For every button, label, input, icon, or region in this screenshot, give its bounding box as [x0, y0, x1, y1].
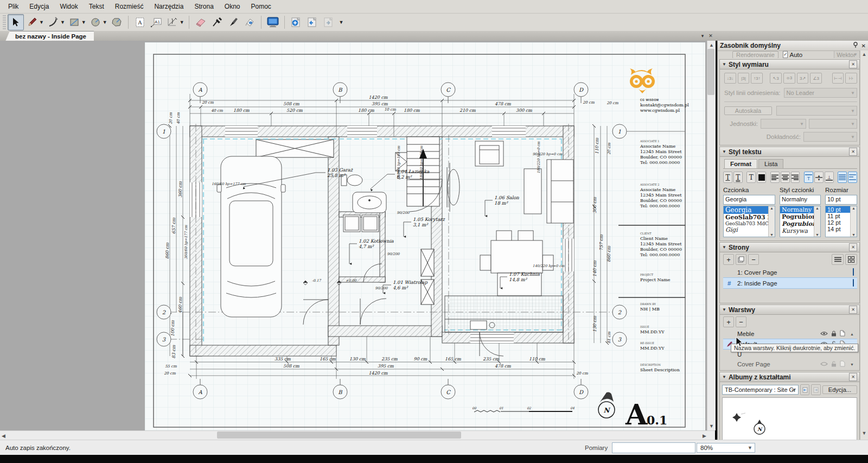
menu-okno[interactable]: Okno — [220, 1, 245, 12]
measurements-input[interactable] — [612, 442, 695, 453]
album-edit-button[interactable]: Edycja... — [822, 385, 857, 394]
select-tool-button[interactable] — [8, 14, 24, 30]
eyedropper-tool-button[interactable] — [209, 14, 225, 30]
menu-rozmiesc[interactable]: Rozmieść — [110, 1, 149, 12]
panel-scrollbar[interactable]: ▲ ▼ — [860, 50, 868, 440]
text-color-swatch-button[interactable] — [757, 172, 766, 183]
page-row-cover[interactable]: 1: Cover Page — [723, 267, 857, 277]
tab-close-button[interactable]: ✕ — [707, 32, 714, 40]
horizontal-scrollbar-thumb[interactable] — [217, 432, 461, 439]
zoom-level-dropdown[interactable]: 80% ▼ — [697, 443, 755, 453]
pages-close-icon[interactable]: ✕ — [849, 243, 857, 251]
autoscale-button[interactable]: Autoskala — [724, 106, 772, 115]
dim-witness-2-button[interactable]: ⊦⊦ — [845, 73, 857, 84]
menu-tekst[interactable]: Tekst — [84, 1, 109, 12]
drawing-page[interactable]: 1420 cm 20 cm 508 cm 395 cm 478 cm 20 cm… — [145, 42, 705, 430]
layer-row-meble[interactable]: Meble ▲ — [723, 329, 857, 339]
page-thumbnail-view-button[interactable] — [845, 254, 857, 265]
align-right-button[interactable] — [791, 172, 800, 183]
layers-scroll-down[interactable]: ▼ — [850, 363, 854, 366]
dim-angle-4-button[interactable]: ∠3 — [810, 73, 822, 84]
align-center-button[interactable] — [781, 172, 790, 183]
layer-page-icon[interactable] — [840, 330, 845, 338]
menu-widok[interactable]: Widok — [55, 1, 82, 12]
remove-page-button[interactable]: − — [748, 254, 759, 265]
layer-page-icon[interactable] — [840, 360, 845, 368]
size-input[interactable]: 10 pt — [825, 195, 857, 205]
toolbar-grip[interactable] — [3, 15, 6, 29]
valign-top-button[interactable]: T — [804, 172, 813, 183]
menu-plik[interactable]: Plik — [3, 1, 23, 12]
pencil-tool-button[interactable] — [24, 14, 40, 30]
album-back-button[interactable] — [800, 384, 809, 395]
album-dropdown[interactable]: TB-Contemporary : Site Gr▼ — [722, 385, 799, 395]
units-dropdown-2[interactable]: ▼ — [809, 119, 857, 129]
font-style-list[interactable]: Normalny Pogrubiony Pogrubiona kursywa K… — [780, 206, 821, 237]
dim-pos-above-button[interactable]: ↑3↑ — [751, 73, 763, 84]
size-list[interactable]: 10 pt 11 pt 12 pt 14 pt ▲▼ — [825, 206, 857, 237]
paint-tool-button[interactable] — [241, 14, 258, 30]
label-tool-button[interactable]: A1 — [148, 14, 164, 30]
dim-witness-1-button[interactable]: ⊢⊣ — [832, 73, 844, 84]
layer-row-cover-page[interactable]: Cover Page ▼ — [723, 359, 857, 369]
remove-layer-button[interactable]: − — [736, 316, 746, 327]
tab-lista[interactable]: Lista — [758, 159, 783, 168]
tab-list-dropdown[interactable]: ▾ — [699, 32, 706, 40]
duplicate-page-button[interactable] — [736, 254, 746, 265]
font-input[interactable]: Georgia — [723, 195, 775, 205]
rectangle-tool-button[interactable] — [66, 14, 82, 30]
unlock-icon[interactable] — [831, 361, 837, 368]
pin-icon[interactable] — [853, 42, 859, 50]
eraser-tool-button[interactable] — [193, 14, 209, 30]
rendering-button[interactable]: Renderowanie — [732, 51, 778, 58]
font-style-list-scrollbar[interactable]: ▲▼ — [814, 206, 820, 237]
dimension-tool-button[interactable] — [164, 14, 181, 30]
shape-albums-header[interactable]: ▼Albumy z kształtami ✕ — [720, 372, 859, 382]
layers-scroll-up[interactable]: ▲ — [850, 332, 854, 336]
autoscale-dropdown[interactable]: ▼ — [776, 106, 857, 116]
add-layer-button[interactable]: + — [723, 316, 734, 327]
freehand-tool-button[interactable] — [45, 14, 61, 30]
next-page-button[interactable] — [321, 14, 337, 30]
menu-edycja[interactable]: Edycja — [24, 1, 54, 12]
strikethrough-button[interactable]: T — [733, 172, 743, 183]
shape-albums-close-icon[interactable]: ✕ — [849, 373, 857, 381]
layers-close-icon[interactable]: ✕ — [849, 306, 857, 314]
line-spacing-button[interactable] — [848, 172, 857, 183]
page-list-view-button[interactable] — [832, 254, 844, 265]
previous-page-button[interactable] — [304, 14, 321, 30]
document-tab[interactable]: bez nazwy - Inside Page — [5, 31, 94, 41]
polygon-tool-button[interactable] — [108, 14, 125, 30]
dim-angle-2-button[interactable]: ⌯3 — [783, 73, 795, 84]
album-forward-button[interactable] — [811, 384, 820, 395]
dim-pos-below-button[interactable]: ↓3↓ — [724, 73, 736, 84]
align-left-button[interactable] — [770, 172, 780, 183]
text-style-close-icon[interactable]: ✕ — [849, 148, 857, 156]
font-list-scrollbar[interactable]: ▲▼ — [768, 206, 775, 237]
visibility-eye-icon[interactable] — [820, 331, 828, 337]
menu-narzedzia[interactable]: Narzędzia — [149, 1, 188, 12]
circle-tool-button[interactable] — [87, 14, 104, 30]
text-tool-button[interactable]: A — [132, 14, 148, 30]
leader-style-dropdown[interactable]: No Leader▼ — [784, 88, 857, 98]
add-page-button[interactable]: + — [723, 254, 734, 265]
dim-angle-3-button[interactable]: 3↗ — [797, 73, 809, 84]
underline-button[interactable]: T — [723, 172, 732, 183]
panel-close-icon[interactable]: ✕ — [861, 43, 866, 49]
paragraph-spacing-button[interactable] — [838, 172, 847, 183]
size-list-scrollbar[interactable]: ▲▼ — [850, 206, 857, 237]
tab-format[interactable]: Format — [724, 159, 757, 168]
font-style-input[interactable]: Normalny — [780, 195, 821, 205]
units-dropdown-1[interactable]: ▼ — [761, 119, 806, 129]
menu-strona[interactable]: Strona — [189, 1, 218, 12]
new-page-button[interactable] — [288, 14, 304, 30]
pen-tool-button[interactable] — [225, 14, 241, 30]
toolbar-overflow-dropdown[interactable]: ▼ — [339, 20, 344, 25]
page-row-inside[interactable]: # 2: Inside Page — [723, 277, 857, 289]
vertical-scrollbar-thumb[interactable] — [707, 49, 714, 95]
vector-dropdown[interactable]: Wektor▼ — [834, 51, 860, 58]
canvas-area[interactable]: 1420 cm 20 cm 508 cm 395 cm 478 cm 20 cm… — [0, 41, 715, 430]
pages-header[interactable]: ▼Strony ✕ — [720, 243, 859, 252]
lock-icon[interactable] — [831, 331, 837, 338]
text-style-header[interactable]: ▼Styl tekstu ✕ — [720, 147, 859, 157]
